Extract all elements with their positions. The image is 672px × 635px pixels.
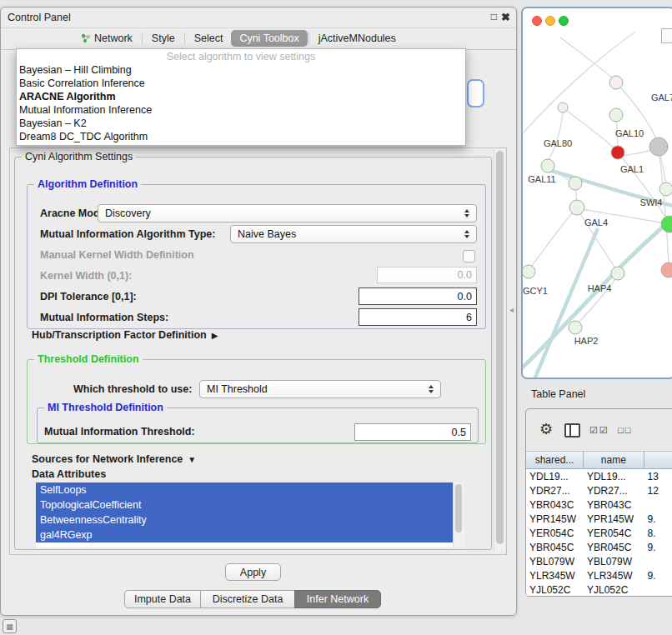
node[interactable] [611,267,624,280]
table-row[interactable]: YBR045CYBR045C9. [526,540,672,554]
tab-network[interactable]: Network [73,30,141,47]
which-threshold-select[interactable]: MI Threshold [199,380,441,398]
mi-threshold-input[interactable]: 0.5 [354,423,471,441]
list-scrollbar[interactable] [453,482,464,548]
mi-type-select[interactable]: Naive Bayes [230,225,477,243]
aracne-mode-value: Discovery [98,208,460,219]
node-salmon[interactable] [661,262,672,278]
node-label: HAP4 [588,283,612,293]
stepper-arrows-icon [424,385,440,393]
node-gal10[interactable] [611,146,624,159]
gear-icon[interactable]: ⚙ [539,420,553,438]
tab-infer-network[interactable]: Infer Network [294,590,381,608]
mi-steps-label: Mutual Information Steps: [40,312,168,323]
dpi-tolerance-input[interactable]: 0.0 [359,288,477,305]
list-item[interactable]: gal4RGexp [36,528,454,542]
scrollbar-thumb[interactable] [496,151,504,544]
node[interactable] [609,108,623,122]
panel-dock-icon[interactable]: ▦ [3,619,17,633]
node[interactable] [659,182,672,196]
node[interactable] [609,76,623,89]
sources-expander[interactable]: Sources for Network Inference ▼ [32,453,196,465]
mi-threshold-label: Mutual Information Threshold: [44,426,195,438]
tab-jactivemnodules[interactable]: jActiveMNodules [310,30,404,47]
node-label: HAP2 [574,336,599,346]
node[interactable] [541,159,554,172]
close-icon[interactable]: ✖ [501,11,510,23]
kernel-width-input[interactable]: 0.0 [377,267,477,283]
cyni-algorithm-settings-group: Cyni Algorithm Settings Algorithm Defini… [14,157,492,550]
threshold-definition-group: Threshold Definition Which threshold to … [27,359,486,444]
float-window-icon[interactable]: □ [491,11,497,22]
node[interactable] [569,177,582,190]
tab-cyni-toolbox[interactable]: Cyni Toolbox [231,30,307,47]
apply-button[interactable]: Apply [225,563,281,581]
node[interactable] [569,200,584,215]
mi-steps-input[interactable]: 6 [359,308,477,326]
data-attributes-label: Data Attributes [32,468,106,480]
tab-label: Style [152,32,175,44]
table-panel-window: ⚙ ☑☑ □□ shared... name YDL19...YDL19...1… [525,408,672,597]
which-threshold-value: MI Threshold [200,383,424,395]
hub-definition-label: Hub/Transcription Factor Definition [32,329,207,341]
list-item[interactable]: BetweennessCentrality [36,512,454,528]
algorithm-definition-group: Algorithm Definition Aracne Mode: Discov… [27,184,486,329]
node-green[interactable] [661,216,672,232]
splitter-collapse-icon[interactable]: ◂ [509,305,514,314]
dropdown-option[interactable]: Bayesian – Hill Climbing [17,63,465,77]
tab-impute-data[interactable]: Impute Data [124,590,201,608]
table-row[interactable]: YLR345WYLR345W9. [526,568,672,582]
settings-scroll-area: Cyni Algorithm Settings Algorithm Defini… [9,148,507,555]
table-row[interactable]: YBR043CYBR043C [526,498,672,512]
column-header-shared[interactable]: shared... [526,451,584,469]
manual-kernel-checkbox[interactable] [463,250,475,262]
expand-right-icon: ▶ [212,331,218,340]
dropdown-option[interactable]: Basic Correlation Inference [17,77,465,90]
node-label: GCY1 [523,286,548,296]
node-label: GAL1 [620,164,644,174]
hub-definition-expander[interactable]: Hub/Transcription Factor Definition ▶ [32,329,218,341]
table-row[interactable]: YBL079WYBL079W [526,554,672,568]
control-panel-tabs: Network Style Select Cyni Toolbox jActiv… [1,28,516,50]
unchecked-boxes-icon[interactable]: □□ [618,425,632,435]
node[interactable] [523,265,535,278]
list-item[interactable]: SelfLoops [36,482,454,498]
tab-select[interactable]: Select [186,30,232,47]
table-row[interactable]: YER054CYER054C8. [526,526,672,540]
data-attributes-list: SelfLoops TopologicalCoefficient Between… [36,482,464,548]
tab-style[interactable]: Style [143,30,183,47]
mi-type-label: Mutual Information Algorithm Type: [40,228,215,240]
tab-separator [142,32,143,44]
settings-scrollbar[interactable] [494,149,505,552]
node[interactable] [569,321,582,334]
table-row[interactable]: YPR145WYPR145W9. [526,512,672,526]
dropdown-option[interactable]: Bayesian – K2 [17,117,465,130]
aracne-mode-select[interactable]: Discovery [98,204,477,222]
node-gal1[interactable] [649,138,668,156]
mi-threshold-title: MI Threshold Definition [44,402,167,413]
tab-separator [308,32,309,44]
node[interactable] [558,102,568,112]
dropdown-option[interactable]: Mutual Information Inference [17,103,465,117]
tab-discretize-data[interactable]: Discretize Data [200,590,295,608]
table-row[interactable]: YDL19...YDL19...13 [526,469,672,483]
desktop: Control Panel □ ✖ Network Style Select C… [0,0,672,635]
network-view-window: GAL7 GAL80 GAL10 GAL11 GAL1 SWI4 GAL4 GC… [521,7,672,379]
column-header-name[interactable]: name [584,451,644,469]
columns-icon[interactable] [564,423,580,438]
dropdown-option[interactable]: Dream8 DC_TDC Algorithm [17,130,465,143]
control-panel-titlebar: Control Panel □ ✖ [1,8,516,28]
stepper-arrows-icon [460,230,476,238]
network-canvas[interactable]: GAL7 GAL80 GAL10 GAL11 GAL1 SWI4 GAL4 GC… [523,8,672,378]
column-header-cut[interactable] [644,451,672,469]
list-item[interactable]: TopologicalCoefficient [36,498,454,512]
kernel-width-label: Kernel Width (0,1): [40,270,132,282]
table-row[interactable]: YDR27...YDR27...12 [526,483,672,498]
table-panel-title: Table Panel [531,388,585,400]
checked-boxes-icon[interactable]: ☑☑ [589,425,609,436]
mi-threshold-group: MI Threshold Definition Mutual Informati… [37,408,479,443]
table-row[interactable]: YJL052CYJL052C [526,582,672,597]
manual-kernel-label: Manual Kernel Width Definition [40,249,194,261]
node-label: GAL4 [584,218,608,228]
dropdown-option-selected[interactable]: ARACNE Algorithm [17,90,465,103]
